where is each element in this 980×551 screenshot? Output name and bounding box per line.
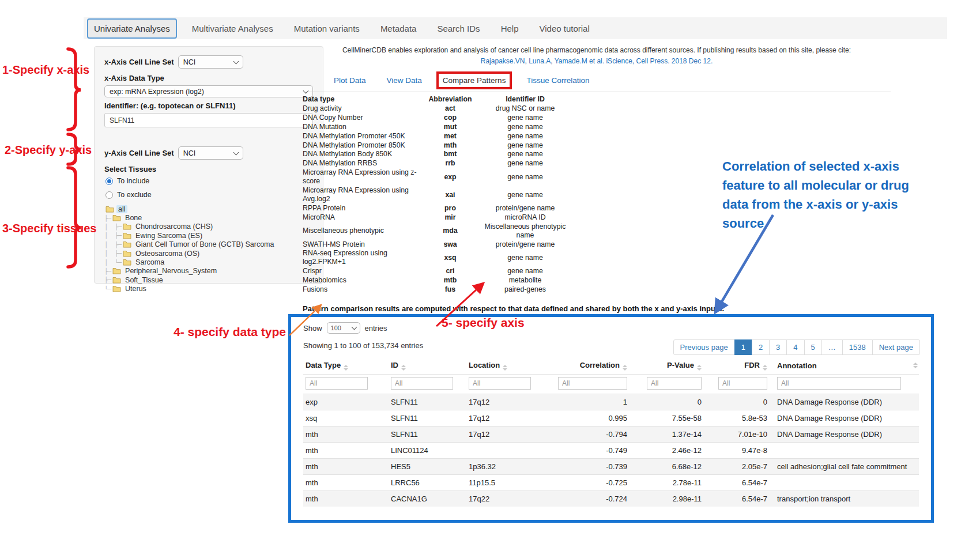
- page-btn-5[interactable]: 5: [804, 339, 822, 355]
- sort-icon[interactable]: [401, 365, 406, 371]
- tab-plot-data[interactable]: Plot Data: [334, 76, 366, 85]
- tree-connector: │ └─: [104, 259, 122, 266]
- tab-tissue-correlation[interactable]: Tissue Correlation: [526, 76, 589, 85]
- y-axis-cell-line-select[interactable]: NCI: [178, 146, 243, 160]
- folder-icon: [105, 206, 114, 213]
- page-btn-1[interactable]: 1: [734, 339, 752, 355]
- nav-tab-search-ids[interactable]: Search IDs: [431, 20, 485, 37]
- column-header-location[interactable]: Location: [466, 357, 552, 375]
- filter-p-value-input[interactable]: [647, 377, 702, 390]
- annotation-specify-tissues: 3-Specify tissues: [2, 222, 96, 235]
- exclude-radio[interactable]: To exclude: [105, 191, 313, 199]
- datatype-row: Metabolomicsmtbmetabolite: [303, 276, 575, 285]
- exclude-radio-label: To exclude: [117, 191, 152, 199]
- table-row: mthHES51p36.32-0.7396.68e-122.05e-7cell …: [303, 459, 919, 475]
- radio-selected-icon[interactable]: [105, 178, 113, 185]
- sort-icon[interactable]: [697, 365, 702, 371]
- page-btn-3[interactable]: 3: [769, 339, 787, 355]
- tree-node-osteosarcoma-os[interactable]: │ ├─Osteosarcoma (OS): [104, 249, 313, 258]
- page-btn-2[interactable]: 2: [752, 339, 770, 355]
- pattern-comparison-note: Pattern comparison results are computed …: [303, 304, 891, 313]
- nav-tab-metadata[interactable]: Metadata: [375, 20, 423, 37]
- results-box: Show 100 entries Showing 1 to 100 of 153…: [288, 314, 934, 523]
- datatype-row: Microarray RNA Expression using Avg.log2…: [303, 186, 575, 204]
- page-btn-previous-page[interactable]: Previous page: [673, 339, 735, 355]
- sort-icon[interactable]: [623, 365, 627, 371]
- tree-node-sarcoma[interactable]: │ └─Sarcoma: [104, 258, 313, 266]
- folder-icon: [112, 277, 121, 284]
- tree-node-label: Ewing Sarcoma (ES): [134, 232, 204, 240]
- tree-node-label: Osteosarcoma (OS): [134, 250, 201, 258]
- tree-node-all[interactable]: all: [104, 205, 313, 213]
- datatype-row: RPPA Proteinproprotein/gene name: [303, 204, 575, 213]
- column-header-data-type[interactable]: Data Type: [303, 357, 389, 375]
- tree-node-ewing-sarcoma-es[interactable]: │ ├─Ewing Sarcoma (ES): [104, 231, 313, 240]
- filter-correlation-input[interactable]: [558, 377, 627, 390]
- tab-view-data[interactable]: View Data: [387, 76, 422, 85]
- datatype-row: DNA Methylation Promoter 450Kmetgene nam…: [303, 132, 575, 141]
- tree-connector: └─: [104, 286, 111, 292]
- sort-icon[interactable]: [503, 365, 507, 371]
- folder-icon: [112, 267, 121, 274]
- tree-node-peripheral-nervous-system[interactable]: ├─Peripheral_Nervous_System: [104, 267, 313, 276]
- chevron-down-icon: [233, 149, 239, 155]
- filter-location-input[interactable]: [469, 377, 531, 390]
- nav-tab-help[interactable]: Help: [495, 20, 525, 37]
- column-header-p-value[interactable]: P-Value: [630, 357, 704, 375]
- table-row: mthSLFN1117q12-0.7941.37e-147.01e-10DNA …: [303, 427, 919, 443]
- tree-node-soft-tissue[interactable]: ├─Soft_Tissue: [104, 276, 313, 284]
- tree-connector: ├─: [104, 215, 111, 221]
- tree-node-label: Bone: [123, 214, 144, 222]
- column-header-fdr[interactable]: FDR: [704, 357, 770, 375]
- x-axis-cell-line-select[interactable]: NCI: [178, 55, 243, 69]
- page-btn-next-page[interactable]: Next page: [872, 339, 920, 355]
- page-length-select[interactable]: 100: [327, 322, 360, 334]
- folder-icon: [123, 223, 131, 230]
- chevron-down-icon: [233, 58, 239, 64]
- tissue-tree: all├─Bone│ ├─Chondrosarcoma (CHS)│ ├─Ewi…: [104, 205, 313, 293]
- filter-fdr-input[interactable]: [718, 377, 767, 390]
- folder-icon: [123, 232, 131, 239]
- identifier-input[interactable]: SLFN11: [104, 113, 313, 127]
- tree-node-bone[interactable]: ├─Bone: [104, 213, 313, 222]
- tree-node-giant-cell-tumor-of-bone-gctb-sarcoma[interactable]: │ ├─Giant Cell Tumor of Bone (GCTB) Sarc…: [104, 240, 313, 249]
- show-label: Show: [303, 324, 322, 333]
- page-btn-1538[interactable]: 1538: [842, 339, 873, 355]
- table-row: expSLFN1117q12100DNA Damage Response (DD…: [303, 394, 919, 410]
- nav-tab-video-tutorial[interactable]: Video tutorial: [533, 20, 595, 37]
- sort-icon[interactable]: [344, 365, 348, 371]
- radio-unselected-icon[interactable]: [105, 191, 113, 199]
- nav-tab-mutation-variants[interactable]: Mutation variants: [288, 20, 365, 37]
- tree-node-chondrosarcoma-chs[interactable]: │ ├─Chondrosarcoma (CHS): [104, 222, 313, 231]
- citation-link[interactable]: Rajapakse.VN, Luna.A, Yamade.M et al. iS…: [303, 57, 891, 65]
- tab-compare-patterns[interactable]: Compare Patterns: [443, 76, 506, 85]
- identifier-id-header: Identifier ID: [476, 95, 575, 104]
- tree-node-uterus[interactable]: └─Uterus: [104, 285, 313, 293]
- tree-node-label: Peripheral_Nervous_System: [123, 267, 218, 275]
- filter-annotation-input[interactable]: [777, 377, 901, 390]
- pagination: Previous page12345…1538Next page: [674, 339, 920, 355]
- filter-id-input[interactable]: [391, 377, 453, 390]
- nav-tab-univariate-analyses[interactable]: Univariate Analyses: [87, 18, 177, 39]
- tree-node-label: Giant Cell Tumor of Bone (GCTB) Sarcoma: [134, 240, 276, 248]
- results-table: Data TypeIDLocationCorrelationP-ValueFDR…: [303, 357, 919, 507]
- page-btn-ellipsis[interactable]: …: [821, 339, 843, 355]
- table-row: mthLINC01124-0.7492.46e-129.47e-8: [303, 443, 919, 459]
- page-btn-4[interactable]: 4: [786, 339, 804, 355]
- annotation-correlation-note: Correlation of selected x-axis feature t…: [722, 157, 925, 233]
- column-header-correlation[interactable]: Correlation: [552, 357, 630, 375]
- x-axis-data-type-select[interactable]: exp: mRNA Expression (log2): [104, 85, 313, 97]
- datatype-legend-table: Data type Abbreviation Identifier ID Dru…: [303, 95, 575, 295]
- top-navbar: Univariate AnalysesMultivariate Analyses…: [84, 17, 947, 39]
- sub-tabs: Plot DataView DataCompare PatternsTissue…: [303, 73, 891, 92]
- sort-icon[interactable]: [763, 365, 767, 371]
- nav-tab-multivariate-analyses[interactable]: Multivariate Analyses: [186, 20, 279, 37]
- annotation-specify-data-type: 4- specify data type: [174, 325, 286, 339]
- include-radio[interactable]: To include: [105, 177, 313, 185]
- sort-icon[interactable]: [913, 363, 918, 368]
- x-axis-data-type-value: exp: mRNA Expression (log2): [110, 88, 204, 96]
- column-header-id[interactable]: ID: [389, 357, 466, 375]
- datatype-row: DNA Methylation RRBSrrbgene name: [303, 159, 575, 168]
- column-header-annotation[interactable]: Annotation: [770, 357, 919, 375]
- filter-data-type-input[interactable]: [306, 377, 368, 390]
